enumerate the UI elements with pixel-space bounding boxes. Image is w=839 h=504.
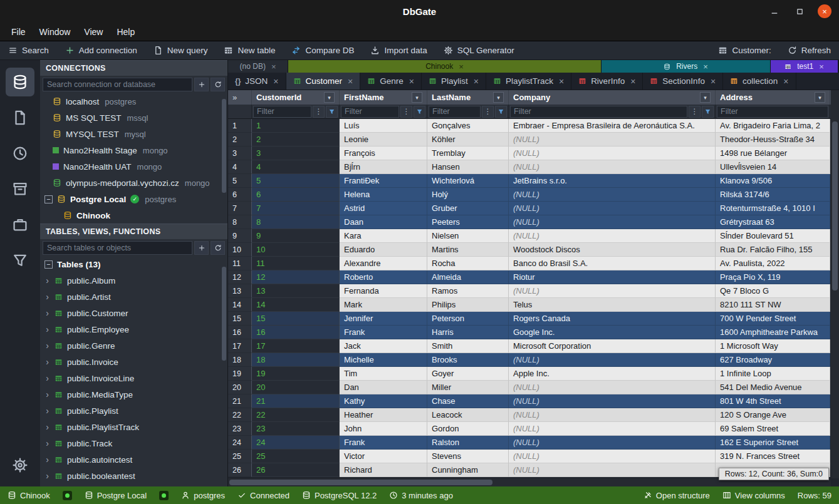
cell-customerid[interactable]: 2	[252, 133, 340, 147]
cell-customerid[interactable]: 21	[252, 394, 340, 408]
cell-lastname[interactable]: Smith	[427, 339, 509, 353]
database-tab-chinook[interactable]: Chinook×	[288, 60, 602, 73]
close-icon[interactable]: ×	[819, 62, 824, 71]
column-dropdown-icon[interactable]: ▾	[324, 92, 335, 103]
cell-address[interactable]: Rotenturmstraße 4, 1010 I	[716, 202, 830, 215]
close-icon[interactable]: ×	[409, 76, 414, 86]
close-icon[interactable]: ×	[459, 62, 464, 71]
connections-search-input[interactable]	[43, 78, 192, 91]
table-item-public-employee[interactable]: ›public.Employee	[40, 321, 227, 337]
database-tab-rivers[interactable]: Rivers×	[602, 60, 771, 73]
cell-address[interactable]: 1498 rue Bélanger	[716, 147, 830, 160]
cell-address[interactable]: 8210 111 ST NW	[716, 298, 830, 312]
filter-input-firstname[interactable]	[341, 106, 399, 118]
cell-company[interactable]: (NULL)	[509, 408, 716, 422]
cell-address[interactable]: Rilská 3174/6	[716, 188, 830, 202]
cell-firstname[interactable]: Frank	[340, 436, 427, 450]
cell-address[interactable]: 1 Microsoft Way	[716, 339, 830, 353]
table-row[interactable]: 66HelenaHolý(NULL)Rilská 3174/6	[228, 188, 839, 202]
cell-customerid[interactable]: 13	[252, 284, 340, 298]
row-number[interactable]: 24	[228, 436, 252, 450]
cell-customerid[interactable]: 22	[252, 408, 340, 422]
menu-item-window[interactable]: Window	[33, 24, 77, 39]
cell-customerid[interactable]: 6	[252, 188, 340, 202]
row-number[interactable]: 10	[228, 243, 252, 257]
filter-menu-button[interactable]: ⋮	[689, 106, 701, 118]
cell-address[interactable]: Praça Pio X, 119	[716, 270, 830, 284]
cell-company[interactable]: (NULL)	[509, 381, 716, 394]
chevron-right-icon[interactable]: ›	[44, 308, 50, 318]
column-dropdown-icon[interactable]: ▾	[700, 92, 711, 103]
statusbar-item-postgre-local[interactable]: Postgre Local	[85, 491, 147, 500]
toolbar-button-new-table[interactable]: New table	[216, 41, 283, 59]
cell-address[interactable]: 319 N. Frances Street	[716, 450, 830, 463]
filter-funnel-button[interactable]	[414, 106, 425, 118]
cell-firstname[interactable]: Jennifer	[340, 312, 427, 326]
close-icon[interactable]: ×	[630, 76, 635, 86]
connection-item-chinook[interactable]: Chinook	[40, 207, 227, 224]
row-number[interactable]: 22	[228, 408, 252, 422]
row-number[interactable]: 2	[228, 133, 252, 147]
chevron-right-icon[interactable]: ›	[44, 357, 50, 367]
cell-customerid[interactable]: 23	[252, 422, 340, 436]
cell-customerid[interactable]: 26	[252, 463, 340, 477]
cell-firstname[interactable]: Fernanda	[340, 284, 427, 298]
collapse-icon[interactable]: −	[44, 195, 53, 203]
table-row[interactable]: 1818MichelleBrooks(NULL)627 Broadway	[228, 353, 839, 367]
row-number[interactable]: 6	[228, 188, 252, 202]
table-row[interactable]: 2121KathyChase(NULL)801 W 4th Street	[228, 394, 839, 408]
cell-lastname[interactable]: Köhler	[427, 133, 509, 147]
column-header-firstname[interactable]: FirstName▾	[340, 90, 427, 105]
row-number[interactable]: 4	[228, 160, 252, 174]
cell-customerid[interactable]: 7	[252, 202, 340, 215]
cell-firstname[interactable]: Eduardo	[340, 243, 427, 257]
chevron-right-icon[interactable]: ›	[44, 455, 50, 465]
statusbar-item-postgresql-12-2[interactable]: PostgreSQL 12.2	[302, 491, 377, 500]
add-connection-small-button[interactable]	[194, 78, 209, 91]
row-number[interactable]: 9	[228, 229, 252, 243]
table-item-public-invoice[interactable]: ›public.Invoice	[40, 354, 227, 370]
iconbar-item-settings[interactable]	[0, 447, 40, 483]
table-row[interactable]: 2424FrankRalston(NULL)162 E Superior Str…	[228, 436, 839, 450]
connections-refresh-button[interactable]	[211, 78, 225, 91]
toolbar-button-add-connection[interactable]: Add connection	[57, 41, 145, 59]
cell-company[interactable]: Telus	[509, 298, 716, 312]
table-item-public-playlist[interactable]: ›public.Playlist	[40, 403, 227, 419]
cell-company[interactable]: (NULL)	[509, 463, 716, 477]
table-row[interactable]: 1111AlexandreRochaBanco do Brasil S.A.Av…	[228, 257, 839, 270]
cell-customerid[interactable]: 11	[252, 257, 340, 270]
cell-firstname[interactable]: Roberto	[340, 270, 427, 284]
chevron-right-icon[interactable]: ›	[44, 438, 50, 448]
row-number[interactable]: 5	[228, 174, 252, 188]
table-row[interactable]: 1313FernandaRamos(NULL)Qe 7 Bloco G	[228, 284, 839, 298]
cell-customerid[interactable]: 15	[252, 312, 340, 326]
connection-item-nano2health-uat[interactable]: Nano2Health UATmongo	[40, 158, 227, 175]
table-item-public-album[interactable]: ›public.Album	[40, 272, 227, 289]
cell-company[interactable]: (NULL)	[509, 353, 716, 367]
chevron-right-icon[interactable]: ›	[44, 422, 50, 432]
close-icon[interactable]: ×	[711, 76, 716, 86]
close-icon[interactable]: ×	[783, 76, 788, 86]
filter-menu-button[interactable]: ⋮	[400, 106, 412, 118]
cell-address[interactable]: Sĺnder Boulevard 51	[716, 229, 830, 243]
table-item-public-booleantest[interactable]: ›public.booleantest	[40, 468, 227, 484]
cell-lastname[interactable]: Leacock	[427, 408, 509, 422]
cell-lastname[interactable]: Ralston	[427, 436, 509, 450]
cell-firstname[interactable]: François	[340, 147, 427, 160]
cell-customerid[interactable]: 8	[252, 215, 340, 229]
cell-firstname[interactable]: Kara	[340, 229, 427, 243]
cell-address[interactable]: Theodor-Heuss-Straße 34	[716, 133, 830, 147]
cell-firstname[interactable]: John	[340, 422, 427, 436]
table-row[interactable]: 99KaraNielsen(NULL)Sĺnder Boulevard 51	[228, 229, 839, 243]
row-number[interactable]: 26	[228, 463, 252, 477]
table-row[interactable]: 2323JohnGordon(NULL)69 Salem Street	[228, 422, 839, 436]
iconbar-item-files[interactable]	[0, 100, 40, 135]
close-icon[interactable]: ×	[559, 76, 564, 86]
table-row[interactable]: 2525VictorStevens(NULL)319 N. Frances St…	[228, 450, 839, 463]
statusbar-item-view-columns[interactable]: View columns	[722, 491, 785, 500]
row-number[interactable]: 1	[228, 119, 252, 133]
tables-add-button[interactable]	[194, 241, 209, 255]
cell-firstname[interactable]: Leonie	[340, 133, 427, 147]
row-number[interactable]: 3	[228, 147, 252, 160]
cell-customerid[interactable]: 5	[252, 174, 340, 188]
